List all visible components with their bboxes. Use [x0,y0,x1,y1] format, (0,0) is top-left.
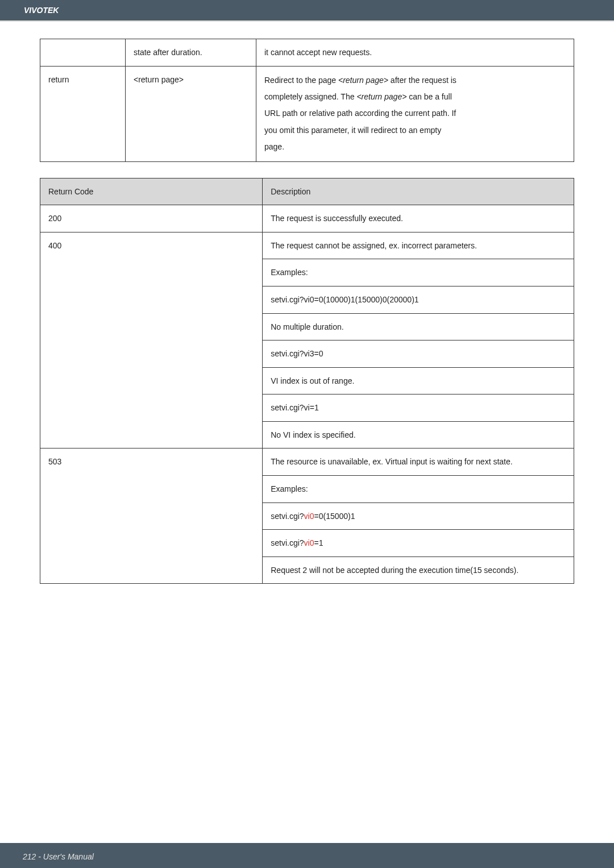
brand-text: VIVOTEK [24,6,59,15]
cell-description: Examples: [263,259,574,286]
highlight-span: vi0 [304,538,314,547]
italic-span: <return page> [338,76,388,85]
cell-param-desc: it cannot accept new requests. [256,39,574,67]
table-row: 503The resource is unavailable, ex. Virt… [40,448,574,476]
table-row: 400The request cannot be assigned, ex. i… [40,232,574,259]
cell-description: setvi.cgi?vi3=0 [263,340,574,368]
params-table: state after duration. it cannot accept n… [40,39,574,162]
desc-line: URL path or relative path according the … [264,105,566,122]
highlight-span: vi0 [304,512,314,521]
page-number-label: 212 - User's Manual [23,852,94,861]
cell-param-value: <return page> [126,66,256,161]
cell-param-name: return [40,66,126,161]
cell-return-code: 400 [40,232,263,448]
text-span: =0(15000)1 [314,512,355,521]
return-code-table: Return Code Description 200The request i… [40,178,574,584]
text-span: setvi.cgi? [271,538,304,547]
desc-line: you omit this parameter, it will redirec… [264,122,566,139]
table-header-row: Return Code Description [40,178,574,205]
text-span: setvi.cgi? [271,512,304,521]
brand-header: VIVOTEK [0,0,614,20]
cell-description: The request cannot be assigned, ex. inco… [263,232,574,259]
desc-line: Redirect to the page <return page> after… [264,72,566,89]
table-row: 200The request is successfully executed. [40,205,574,232]
cell-description: setvi.cgi?vi=1 [263,394,574,422]
cell-param-name [40,39,126,67]
cell-description: Request 2 will not be accepted during th… [263,556,574,584]
cell-param-value: state after duration. [126,39,256,67]
cell-description: setvi.cgi?vi0=0(10000)1(15000)0(20000)1 [263,286,574,313]
cell-description: No VI index is specified. [263,421,574,448]
italic-span: <return page> [356,92,406,101]
text-span: Request 2 will not be accepted during th… [271,566,518,575]
desc-line: page. [264,139,566,155]
text-span: Examples: [271,484,308,493]
cell-return-code: 200 [40,205,263,232]
cell-description: VI index is out of range. [263,367,574,394]
table-row: state after duration. it cannot accept n… [40,39,574,67]
text-span: The resource is unavailable, ex. Virtual… [271,457,512,466]
content-area: state after duration. it cannot accept n… [0,22,614,584]
cell-description: No multiple duration. [263,313,574,340]
desc-line: completely assigned. The <return page> c… [264,89,566,105]
table-row: return <return page> Redirect to the pag… [40,66,574,161]
page-container: VIVOTEK state after duration. it cannot … [0,0,614,868]
header-description: Description [263,178,574,205]
header-return-code: Return Code [40,178,263,205]
cell-param-desc: Redirect to the page <return page> after… [256,66,574,161]
cell-description: setvi.cgi?vi0=0(15000)1 [263,502,574,530]
cell-description: setvi.cgi?vi0=1 [263,530,574,557]
cell-description: The resource is unavailable, ex. Virtual… [263,448,574,476]
text-span: =1 [314,538,323,547]
cell-description: Examples: [263,476,574,503]
cell-description: The request is successfully executed. [263,205,574,232]
cell-return-code: 503 [40,448,263,584]
